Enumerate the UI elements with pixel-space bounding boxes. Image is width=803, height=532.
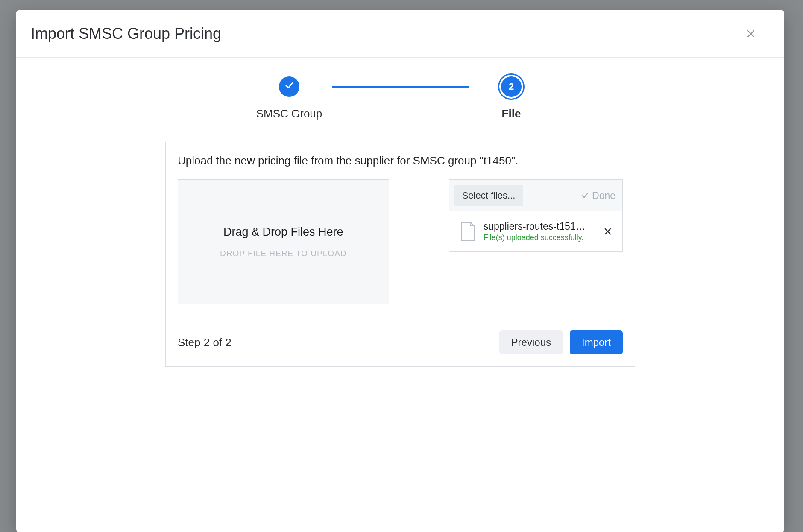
- step-counter: Step 2 of 2: [178, 336, 232, 349]
- step1-circle: [279, 76, 299, 97]
- step2-circle: 2: [501, 76, 522, 97]
- upload-instruction: Upload the new pricing file from the sup…: [178, 154, 623, 167]
- uploaded-file-row: suppliers-routes-t151… File(s) uploaded …: [449, 211, 622, 251]
- step2-number: 2: [509, 81, 514, 92]
- import-button[interactable]: Import: [570, 330, 623, 354]
- stepper: SMSC Group 2 File: [246, 76, 554, 120]
- previous-button[interactable]: Previous: [499, 330, 563, 354]
- modal-title: Import SMSC Group Pricing: [18, 25, 221, 43]
- import-pricing-modal: Import SMSC Group Pricing SMSC Group 2: [16, 10, 784, 532]
- remove-file-button[interactable]: [601, 224, 615, 239]
- close-icon: [747, 28, 755, 39]
- done-label: Done: [592, 190, 615, 202]
- file-info: suppliers-routes-t151… File(s) uploaded …: [484, 221, 593, 242]
- upload-done-indicator: Done: [581, 190, 615, 202]
- upload-content-row: Drag & Drop Files Here DROP FILE HERE TO…: [178, 179, 623, 304]
- file-name: suppliers-routes-t151…: [484, 221, 593, 232]
- card-footer: Step 2 of 2 Previous Import: [178, 330, 623, 354]
- close-icon: [604, 225, 611, 237]
- footer-button-group: Previous Import: [499, 330, 623, 354]
- file-status: File(s) uploaded successfully.: [484, 233, 593, 242]
- dropzone-subtitle: DROP FILE HERE TO UPLOAD: [220, 249, 346, 258]
- file-icon: [460, 222, 476, 241]
- step1-label: SMSC Group: [256, 107, 322, 120]
- step-connector: [332, 86, 469, 88]
- close-button[interactable]: [743, 26, 759, 41]
- upload-panel-header: Select files... Done: [449, 180, 622, 211]
- check-icon: [284, 81, 294, 93]
- select-files-button[interactable]: Select files...: [454, 185, 523, 206]
- step-smsc-group[interactable]: SMSC Group: [246, 76, 332, 120]
- upload-card: Upload the new pricing file from the sup…: [165, 142, 635, 367]
- dropzone[interactable]: Drag & Drop Files Here DROP FILE HERE TO…: [178, 179, 389, 304]
- modal-header: Import SMSC Group Pricing: [16, 10, 784, 58]
- dropzone-title: Drag & Drop Files Here: [223, 225, 343, 239]
- step2-label: File: [502, 107, 521, 120]
- upload-panel: Select files... Done: [449, 179, 623, 252]
- check-icon: [581, 192, 589, 199]
- modal-body: SMSC Group 2 File Upload the new pricing…: [16, 58, 784, 382]
- step-file[interactable]: 2 File: [469, 76, 554, 120]
